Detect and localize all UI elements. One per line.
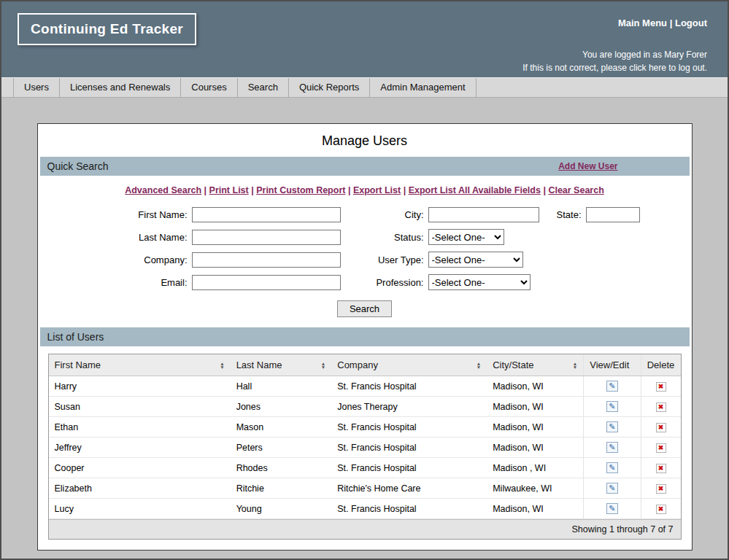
last-name-input[interactable] — [192, 230, 341, 245]
table-row: ElizabethRitchieRitchie's Home CareMilwa… — [49, 478, 681, 499]
link-separator: | — [201, 185, 209, 195]
cell-view-edit: ✎ — [584, 478, 641, 499]
cell-company: St. Francis Hospital — [331, 499, 487, 519]
cell-delete: ✖ — [641, 458, 680, 478]
delete-icon[interactable]: ✖ — [656, 382, 666, 392]
last-name-cell — [192, 230, 347, 245]
delete-icon[interactable]: ✖ — [656, 464, 666, 473]
column-header-city-state[interactable]: City/State — [487, 354, 584, 376]
cell-delete: ✖ — [641, 438, 680, 458]
link-print-custom-report[interactable]: Print Custom Report — [256, 185, 345, 195]
nav-item-admin-management[interactable]: Admin Management — [370, 78, 476, 97]
column-header-delete: Delete — [641, 354, 680, 376]
company-label: Company: — [82, 254, 192, 265]
company-input[interactable] — [192, 252, 341, 268]
logged-in-as-text: You are logged in as Mary Forer — [522, 48, 707, 61]
link-divider: | — [670, 18, 673, 28]
table-row: JeffreyPetersSt. Francis HospitalMadison… — [49, 438, 681, 458]
list-of-users-title: List of Users — [47, 331, 104, 343]
quick-search-title: Quick Search — [47, 160, 109, 172]
sort-icon[interactable] — [573, 362, 577, 369]
logout-link[interactable]: Logout — [675, 18, 707, 28]
nav-item-courses[interactable]: Courses — [181, 78, 237, 97]
edit-icon[interactable]: ✎ — [606, 442, 618, 453]
profession-select[interactable]: -Select One- — [428, 274, 531, 290]
nav-bar: UsersLicenses and RenewalsCoursesSearchQ… — [1, 77, 728, 98]
link-export-list-all-available-fields[interactable]: Export List All Available Fields — [409, 185, 541, 195]
column-label: View/Edit — [590, 359, 629, 370]
cell-city-state: Madison, WI — [487, 499, 584, 519]
column-label: Last Name — [236, 359, 282, 370]
sort-icon[interactable] — [220, 362, 224, 369]
last-name-label: Last Name: — [82, 232, 192, 243]
email-input[interactable] — [192, 275, 341, 290]
cell-company: St. Francis Hospital — [331, 438, 487, 458]
cell-last-name: Young — [231, 499, 332, 519]
quick-search-section-bar: Quick Search Add New User — [40, 157, 690, 176]
state-label: State: — [544, 209, 586, 220]
state-input[interactable] — [586, 207, 640, 222]
nav-item-quick-reports[interactable]: Quick Reports — [289, 78, 370, 97]
cell-delete: ✖ — [641, 417, 680, 438]
status-cell: -Select One- — [428, 229, 544, 245]
add-new-user-link[interactable]: Add New User — [558, 161, 617, 171]
logout-hint-suffix: to log out. — [666, 63, 707, 73]
edit-icon[interactable]: ✎ — [606, 483, 618, 494]
first-name-input[interactable] — [192, 207, 341, 222]
delete-icon[interactable]: ✖ — [656, 443, 666, 453]
login-info: You are logged in as Mary Forer If this … — [522, 48, 707, 74]
link-separator: | — [541, 185, 548, 195]
cell-city-state: Madison, WI — [487, 417, 584, 438]
edit-icon[interactable]: ✎ — [606, 462, 618, 473]
link-print-list[interactable]: Print List — [209, 185, 249, 195]
column-header-first-name[interactable]: First Name — [49, 354, 231, 376]
cell-city-state: Madison, WI — [487, 438, 584, 458]
first-name-label: First Name: — [82, 209, 192, 220]
city-label: City: — [347, 209, 428, 220]
search-button[interactable]: Search — [337, 300, 392, 317]
user-type-select[interactable]: -Select One- — [428, 252, 523, 268]
link-export-list[interactable]: Export List — [353, 185, 401, 195]
status-select[interactable]: -Select One- — [428, 229, 504, 245]
delete-icon[interactable]: ✖ — [656, 505, 666, 514]
app-header: Continuing Ed Tracker Main Menu | Logout… — [1, 1, 728, 77]
nav-item-search[interactable]: Search — [238, 78, 289, 97]
city-input[interactable] — [428, 207, 539, 222]
email-label: Email: — [82, 277, 192, 288]
sort-icon[interactable] — [477, 362, 481, 369]
cell-last-name: Mason — [231, 417, 332, 438]
delete-icon[interactable]: ✖ — [656, 423, 666, 432]
column-header-view-edit: View/Edit — [584, 354, 641, 376]
users-table-header-row: First NameLast NameCompanyCity/StateView… — [49, 354, 681, 376]
edit-icon[interactable]: ✎ — [606, 381, 618, 392]
column-header-last-name[interactable]: Last Name — [231, 354, 332, 376]
logout-hint-prefix: If this is not correct, please — [522, 63, 629, 73]
logout-hint-text: If this is not correct, please click her… — [522, 61, 707, 74]
click-here-link[interactable]: click here — [629, 63, 666, 73]
edit-icon[interactable]: ✎ — [606, 503, 618, 514]
cell-view-edit: ✎ — [584, 499, 641, 519]
cell-view-edit: ✎ — [584, 458, 641, 478]
company-cell — [192, 252, 347, 268]
cell-last-name: Rhodes — [231, 458, 332, 478]
link-separator: | — [345, 185, 352, 195]
delete-icon[interactable]: ✖ — [656, 402, 666, 412]
users-table-container: First NameLast NameCompanyCity/StateView… — [48, 354, 682, 540]
nav-item-users[interactable]: Users — [13, 78, 60, 97]
email-cell — [192, 275, 347, 290]
link-clear-search[interactable]: Clear Search — [548, 185, 603, 195]
edit-icon[interactable]: ✎ — [606, 401, 618, 412]
app-logo: Continuing Ed Tracker — [18, 13, 196, 45]
cell-delete: ✖ — [641, 478, 680, 499]
column-header-company[interactable]: Company — [331, 354, 487, 376]
cell-delete: ✖ — [641, 499, 680, 519]
delete-icon[interactable]: ✖ — [656, 484, 666, 494]
quick-search-form: First Name: City: State: Last Name: Stat… — [82, 207, 647, 290]
cell-first-name: Elizabeth — [49, 478, 231, 499]
sort-icon[interactable] — [321, 362, 325, 369]
nav-item-licenses-and-renewals[interactable]: Licenses and Renewals — [60, 78, 181, 97]
table-row: SusanJonesJones TherapyMadison, WI✎✖ — [49, 397, 681, 417]
edit-icon[interactable]: ✎ — [606, 421, 618, 432]
main-menu-link[interactable]: Main Menu — [618, 18, 667, 28]
link-advanced-search[interactable]: Advanced Search — [125, 185, 201, 195]
